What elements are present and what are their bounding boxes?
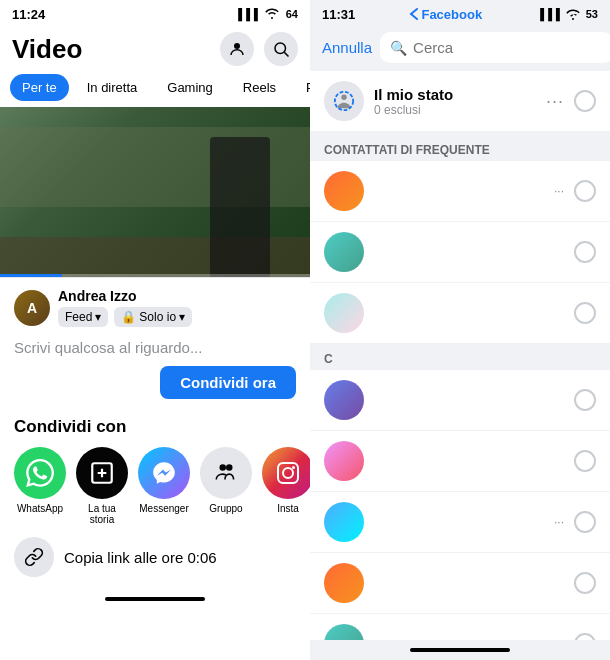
share-app-gruppo[interactable]: Gruppo bbox=[200, 447, 252, 514]
svg-rect-6 bbox=[278, 463, 298, 483]
svg-point-0 bbox=[234, 43, 240, 49]
user-name: Andrea Izzo bbox=[58, 288, 192, 304]
feed-dropdown[interactable]: Feed ▾ bbox=[58, 307, 108, 327]
list-item[interactable] bbox=[310, 553, 610, 614]
time-right: 11:31 bbox=[322, 7, 355, 22]
contact-radio[interactable] bbox=[574, 450, 596, 472]
video-figure bbox=[210, 137, 270, 277]
wifi-right-icon bbox=[565, 8, 581, 20]
contact-avatar bbox=[324, 293, 364, 333]
tab-gaming[interactable]: Gaming bbox=[155, 74, 225, 101]
privacy-dropdown[interactable]: 🔒 Solo io ▾ bbox=[114, 307, 192, 327]
svg-point-8 bbox=[292, 466, 295, 469]
annulla-button[interactable]: Annulla bbox=[322, 39, 372, 56]
status-bar-left: 11:24 ▐▐▐ 64 bbox=[0, 0, 310, 28]
contacts-list: ··· C ··· bbox=[310, 161, 610, 640]
user-info: Andrea Izzo Feed ▾ 🔒 Solo io ▾ bbox=[58, 288, 192, 327]
contact-avatar bbox=[324, 380, 364, 420]
search-input[interactable] bbox=[413, 39, 603, 56]
contact-radio[interactable] bbox=[574, 241, 596, 263]
my-status-more-button[interactable]: ··· bbox=[546, 91, 564, 112]
share-app-instagram[interactable]: Insta bbox=[262, 447, 310, 514]
header-icons bbox=[220, 32, 298, 66]
contact-radio[interactable] bbox=[574, 633, 596, 640]
home-bar-right bbox=[410, 648, 510, 652]
instagram-label: Insta bbox=[277, 503, 299, 514]
link-icon bbox=[14, 537, 54, 577]
contact-dots: ··· bbox=[554, 184, 564, 198]
tab-pop[interactable]: Pop bbox=[294, 74, 310, 101]
my-status-row[interactable]: Il mio stato 0 esclusi ··· bbox=[310, 71, 610, 131]
my-status-radio[interactable] bbox=[574, 90, 596, 112]
time-left: 11:24 bbox=[12, 7, 45, 22]
left-panel: 11:24 ▐▐▐ 64 Video Per te In diretta Gam… bbox=[0, 0, 310, 660]
share-with-title: Condividi con bbox=[14, 417, 296, 437]
svg-point-4 bbox=[220, 464, 227, 471]
text-input-area[interactable]: Scrivi qualcosa al riguardo... bbox=[14, 335, 296, 366]
storia-icon bbox=[76, 447, 128, 499]
share-with-section: Condividi con WhatsApp La tua storia Mes… bbox=[0, 407, 310, 525]
my-status-sub: 0 esclusi bbox=[374, 103, 536, 117]
wifi-icon bbox=[264, 7, 280, 22]
list-item[interactable]: ··· bbox=[310, 161, 610, 222]
contact-radio[interactable] bbox=[574, 572, 596, 594]
left-header: Video bbox=[0, 28, 310, 72]
avatar: A bbox=[14, 290, 50, 326]
svg-point-9 bbox=[341, 95, 347, 101]
user-controls: Feed ▾ 🔒 Solo io ▾ bbox=[58, 307, 192, 327]
tab-in-diretta[interactable]: In diretta bbox=[75, 74, 150, 101]
svg-point-7 bbox=[283, 468, 293, 478]
signal-icon: ▐▐▐ bbox=[234, 8, 257, 20]
contact-radio[interactable] bbox=[574, 302, 596, 324]
privacy-chevron-icon: ▾ bbox=[179, 310, 185, 324]
right-panel: 11:31 Facebook ▐▐▐ 53 Annulla 🔍 Il mio s… bbox=[310, 0, 610, 660]
contact-avatar bbox=[324, 502, 364, 542]
video-progress-bar bbox=[0, 274, 310, 277]
tab-per-te[interactable]: Per te bbox=[10, 74, 69, 101]
share-app-whatsapp[interactable]: WhatsApp bbox=[14, 447, 66, 514]
list-item[interactable] bbox=[310, 614, 610, 640]
messenger-label: Messenger bbox=[139, 503, 188, 514]
home-indicator-left bbox=[0, 589, 310, 609]
status-bar-right: 11:31 Facebook ▐▐▐ 53 bbox=[310, 0, 610, 28]
instagram-icon bbox=[262, 447, 310, 499]
svg-line-2 bbox=[284, 52, 288, 56]
storia-label: La tua storia bbox=[76, 503, 128, 525]
back-link[interactable]: Facebook bbox=[409, 7, 482, 22]
home-indicator-right bbox=[310, 640, 610, 660]
user-row: A Andrea Izzo Feed ▾ 🔒 Solo io ▾ bbox=[14, 288, 296, 327]
search-row: Annulla 🔍 bbox=[310, 28, 610, 71]
tab-reels[interactable]: Reels bbox=[231, 74, 288, 101]
my-status-info: Il mio stato 0 esclusi bbox=[374, 86, 536, 117]
signal-right-icon: ▐▐▐ bbox=[536, 8, 559, 20]
battery-right: 53 bbox=[586, 8, 598, 20]
gruppo-label: Gruppo bbox=[209, 503, 242, 514]
copy-link-text: Copia link alle ore 0:06 bbox=[64, 549, 217, 566]
copy-link-row[interactable]: Copia link alle ore 0:06 bbox=[0, 525, 310, 589]
list-item[interactable] bbox=[310, 283, 610, 344]
profile-icon-button[interactable] bbox=[220, 32, 254, 66]
contact-radio[interactable] bbox=[574, 180, 596, 202]
svg-point-5 bbox=[226, 464, 233, 471]
contact-radio[interactable] bbox=[574, 389, 596, 411]
contact-radio[interactable] bbox=[574, 511, 596, 533]
search-box: 🔍 bbox=[380, 32, 610, 63]
search-icon-button[interactable] bbox=[264, 32, 298, 66]
video-progress-fill bbox=[0, 274, 62, 277]
list-item[interactable]: ··· bbox=[310, 492, 610, 553]
my-status-avatar bbox=[324, 81, 364, 121]
contact-avatar bbox=[324, 441, 364, 481]
second-section-header: C bbox=[310, 344, 610, 370]
list-item[interactable] bbox=[310, 431, 610, 492]
contact-dots: ··· bbox=[554, 515, 564, 529]
condividi-button[interactable]: Condividi ora bbox=[160, 366, 296, 399]
contact-avatar bbox=[324, 563, 364, 603]
share-app-messenger[interactable]: Messenger bbox=[138, 447, 190, 514]
video-area bbox=[0, 107, 310, 277]
list-item[interactable] bbox=[310, 222, 610, 283]
list-item[interactable] bbox=[310, 370, 610, 431]
feed-chevron-icon: ▾ bbox=[95, 310, 101, 324]
lock-icon: 🔒 bbox=[121, 310, 136, 324]
share-card: A Andrea Izzo Feed ▾ 🔒 Solo io ▾ Scrivi … bbox=[0, 277, 310, 407]
share-app-storia[interactable]: La tua storia bbox=[76, 447, 128, 525]
